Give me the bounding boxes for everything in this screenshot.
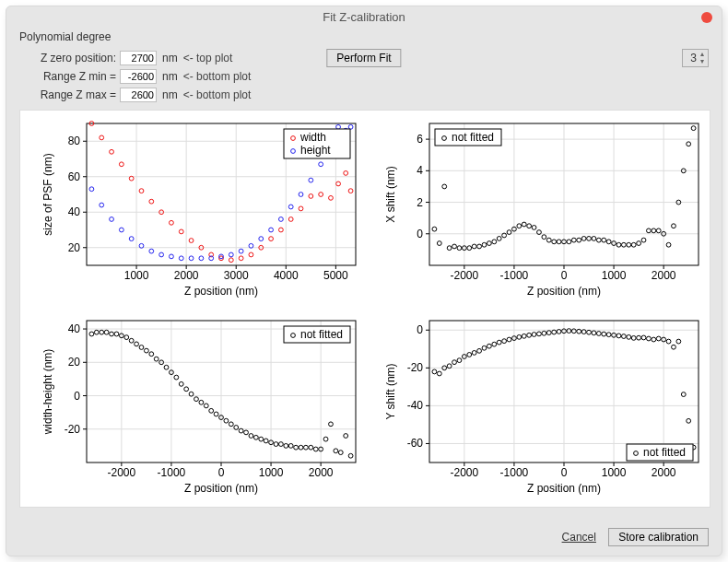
- range-inputs: Z zero position: nm <- top plot Range Z …: [19, 49, 251, 104]
- svg-point-162: [637, 241, 641, 246]
- svg-text:1000: 1000: [602, 269, 627, 282]
- svg-text:height: height: [300, 144, 331, 157]
- svg-text:-1000: -1000: [500, 466, 529, 479]
- svg-text:-20: -20: [407, 361, 424, 374]
- svg-point-257: [338, 451, 343, 455]
- svg-point-56: [344, 171, 348, 176]
- svg-point-298: [457, 358, 462, 363]
- svg-text:Z position (nm): Z position (nm): [527, 482, 601, 495]
- svg-point-300: [467, 353, 472, 357]
- svg-point-165: [652, 228, 656, 233]
- z-zero-unit: nm: [157, 49, 183, 67]
- svg-point-312: [527, 333, 532, 337]
- z-zero-input[interactable]: [120, 51, 157, 65]
- svg-point-239: [249, 434, 253, 439]
- svg-point-254: [323, 437, 328, 441]
- svg-point-218: [144, 348, 148, 353]
- svg-point-231: [209, 408, 214, 413]
- svg-text:20: 20: [68, 356, 81, 369]
- svg-point-55: [336, 181, 341, 186]
- degree-stepper[interactable]: 3 ▴▾: [682, 49, 709, 67]
- footer: Cancel Store calibration: [562, 528, 709, 546]
- z-min-unit: nm: [157, 67, 183, 86]
- svg-text:not fitted: not fitted: [452, 131, 494, 144]
- svg-text:not fitted: not fitted: [643, 446, 686, 459]
- svg-point-256: [334, 449, 338, 453]
- svg-point-156: [606, 240, 611, 244]
- svg-point-338: [656, 336, 661, 341]
- svg-point-33: [119, 162, 123, 167]
- z-max-input[interactable]: [120, 88, 157, 102]
- svg-text:not fitted: not fitted: [300, 328, 343, 341]
- svg-point-39: [179, 229, 183, 234]
- cancel-button[interactable]: Cancel: [562, 531, 596, 544]
- close-icon[interactable]: [701, 12, 712, 23]
- svg-point-155: [602, 238, 606, 242]
- svg-point-332: [627, 334, 631, 339]
- svg-text:2000: 2000: [652, 269, 676, 282]
- svg-text:40: 40: [68, 205, 81, 218]
- svg-text:2000: 2000: [309, 466, 334, 479]
- svg-point-244: [274, 442, 278, 447]
- svg-text:1000: 1000: [602, 466, 627, 479]
- svg-point-320: [567, 329, 571, 334]
- svg-point-311: [522, 334, 526, 338]
- svg-text:20: 20: [68, 241, 81, 254]
- svg-point-324: [587, 330, 592, 334]
- z-min-input[interactable]: [120, 69, 157, 84]
- svg-point-302: [477, 348, 482, 353]
- svg-point-60: [110, 217, 114, 222]
- svg-text:1000: 1000: [259, 466, 284, 479]
- svg-point-133: [492, 240, 497, 244]
- svg-point-317: [552, 330, 557, 334]
- svg-text:Z position (nm): Z position (nm): [527, 285, 601, 298]
- svg-text:4000: 4000: [274, 269, 299, 282]
- svg-point-315: [542, 331, 546, 335]
- z-max-hint: <- bottom plot: [183, 86, 252, 104]
- svg-point-77: [278, 217, 283, 222]
- svg-text:2000: 2000: [652, 466, 676, 479]
- svg-point-78: [288, 205, 293, 209]
- svg-point-153: [592, 237, 596, 241]
- svg-point-129: [472, 244, 476, 249]
- svg-text:3000: 3000: [224, 269, 249, 282]
- svg-text:80: 80: [68, 135, 81, 147]
- svg-point-144: [546, 238, 551, 242]
- svg-point-76: [269, 228, 274, 232]
- svg-point-166: [656, 228, 661, 233]
- svg-point-341: [672, 345, 676, 349]
- perform-fit-button[interactable]: Perform Fit: [326, 49, 401, 67]
- svg-point-230: [204, 404, 208, 408]
- z-zero-hint: <- top plot: [183, 49, 233, 67]
- svg-text:size of PSF (nm): size of PSF (nm): [41, 153, 54, 235]
- svg-point-53: [319, 193, 323, 197]
- svg-point-249: [299, 445, 303, 450]
- svg-point-128: [467, 246, 472, 251]
- svg-point-168: [666, 242, 671, 247]
- svg-point-58: [89, 187, 94, 192]
- svg-point-46: [249, 252, 253, 257]
- svg-point-217: [139, 345, 144, 350]
- svg-point-134: [497, 237, 501, 241]
- svg-point-123: [442, 184, 447, 189]
- svg-point-303: [482, 345, 487, 350]
- svg-point-138: [517, 224, 522, 228]
- svg-text:4: 4: [417, 164, 423, 177]
- svg-point-331: [621, 334, 626, 339]
- svg-point-140: [527, 224, 532, 228]
- svg-point-81: [319, 162, 323, 167]
- svg-point-344: [687, 418, 691, 423]
- svg-point-314: [537, 332, 542, 336]
- svg-point-215: [129, 338, 134, 343]
- polynomial-degree-label: Polynomial degree: [19, 30, 111, 43]
- controls-area: Polynomial degree Perform Fit 3 ▴▾ Z zer…: [6, 29, 722, 110]
- store-calibration-button[interactable]: Store calibration: [608, 528, 709, 546]
- svg-point-35: [139, 189, 144, 193]
- svg-text:60: 60: [68, 170, 81, 183]
- svg-point-139: [522, 222, 526, 227]
- svg-point-59: [100, 203, 104, 207]
- svg-point-130: [477, 244, 482, 249]
- svg-point-207: [89, 332, 94, 336]
- svg-text:Z position (nm): Z position (nm): [184, 285, 258, 298]
- svg-point-242: [264, 439, 268, 443]
